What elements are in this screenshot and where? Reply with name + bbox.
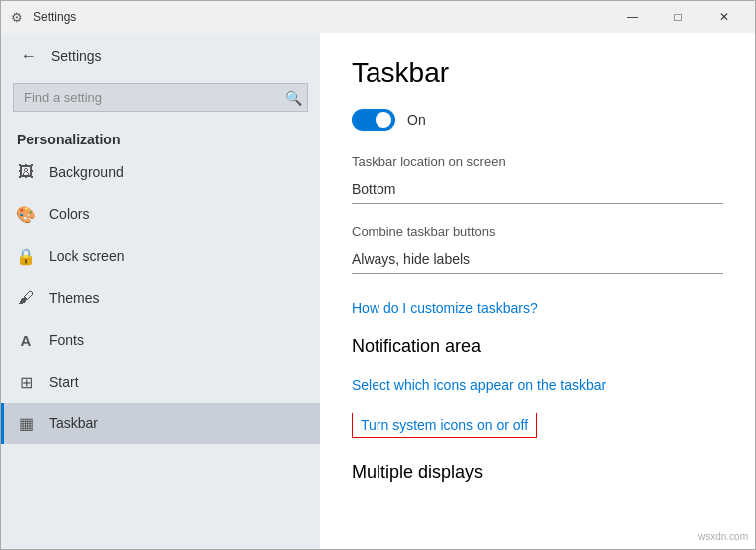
- sidebar-item-label-background: Background: [49, 164, 124, 180]
- notification-area-heading: Notification area: [352, 336, 723, 357]
- lock-screen-icon: 🔒: [17, 247, 35, 265]
- sidebar-header: ← Settings: [1, 33, 320, 79]
- search-box: 🔍: [13, 83, 308, 112]
- customize-link[interactable]: How do I customize taskbars?: [352, 300, 538, 316]
- location-section: Taskbar location on screen Bottom Top Le…: [352, 154, 723, 204]
- back-button[interactable]: ←: [17, 45, 41, 67]
- sidebar-app-title: Settings: [51, 48, 102, 64]
- sidebar-item-label-start: Start: [49, 374, 79, 390]
- title-bar: ⚙ Settings — □ ✕: [1, 1, 755, 33]
- combine-label: Combine taskbar buttons: [352, 224, 723, 239]
- sidebar-item-lock-screen[interactable]: 🔒 Lock screen: [1, 235, 320, 277]
- main-layout: ← Settings 🔍 Personalization 🖼 Backgroun…: [1, 33, 755, 549]
- sidebar-item-label-taskbar: Taskbar: [49, 415, 98, 431]
- sidebar-item-themes[interactable]: 🖌 Themes: [1, 277, 320, 319]
- search-input[interactable]: [13, 83, 308, 112]
- colors-icon: 🎨: [17, 205, 35, 223]
- sidebar-item-label-themes: Themes: [49, 290, 100, 306]
- taskbar-toggle[interactable]: [352, 109, 395, 131]
- sidebar: ← Settings 🔍 Personalization 🖼 Backgroun…: [1, 33, 320, 549]
- page-title: Taskbar: [352, 57, 723, 89]
- sidebar-item-label-colors: Colors: [49, 206, 89, 222]
- sidebar-item-taskbar[interactable]: ▦ Taskbar: [1, 403, 320, 444]
- close-button[interactable]: ✕: [701, 1, 747, 33]
- location-dropdown[interactable]: Bottom Top Left Right: [352, 175, 723, 204]
- title-bar-text: Settings: [33, 10, 76, 24]
- sidebar-item-fonts[interactable]: A Fonts: [1, 319, 320, 361]
- taskbar-icon: ▦: [17, 414, 35, 432]
- sidebar-item-label-fonts: Fonts: [49, 332, 84, 348]
- settings-window: ⚙ Settings — □ ✕ ← Settings 🔍 Personaliz…: [0, 0, 756, 550]
- system-icons-link[interactable]: Turn system icons on or off: [352, 412, 537, 438]
- content-area: Taskbar On Taskbar location on screen Bo…: [320, 33, 755, 549]
- section-label: Personalization: [1, 124, 320, 151]
- settings-app-icon: ⚙: [9, 9, 25, 25]
- combine-section: Combine taskbar buttons Always, hide lab…: [352, 224, 723, 274]
- background-icon: 🖼: [17, 163, 35, 181]
- location-label: Taskbar location on screen: [352, 154, 723, 169]
- sidebar-item-start[interactable]: ⊞ Start: [1, 361, 320, 403]
- combine-dropdown[interactable]: Always, hide labels When taskbar is full…: [352, 245, 723, 274]
- search-icon[interactable]: 🔍: [285, 90, 302, 106]
- watermark: wsxdn.com: [698, 531, 748, 542]
- toggle-knob: [376, 112, 391, 128]
- themes-icon: 🖌: [17, 289, 35, 307]
- start-icon: ⊞: [17, 373, 35, 391]
- toggle-row: On: [352, 109, 723, 131]
- minimize-button[interactable]: —: [610, 1, 655, 33]
- title-bar-left: ⚙ Settings: [9, 9, 610, 25]
- sidebar-item-colors[interactable]: 🎨 Colors: [1, 193, 320, 235]
- title-bar-controls: — □ ✕: [610, 1, 747, 33]
- sidebar-item-background[interactable]: 🖼 Background: [1, 151, 320, 193]
- toggle-label: On: [407, 112, 426, 128]
- fonts-icon: A: [17, 331, 35, 349]
- multiple-displays-heading: Multiple displays: [352, 462, 723, 483]
- maximize-button[interactable]: □: [655, 1, 701, 33]
- sidebar-item-label-lock-screen: Lock screen: [49, 248, 124, 264]
- select-icons-link[interactable]: Select which icons appear on the taskbar: [352, 377, 606, 393]
